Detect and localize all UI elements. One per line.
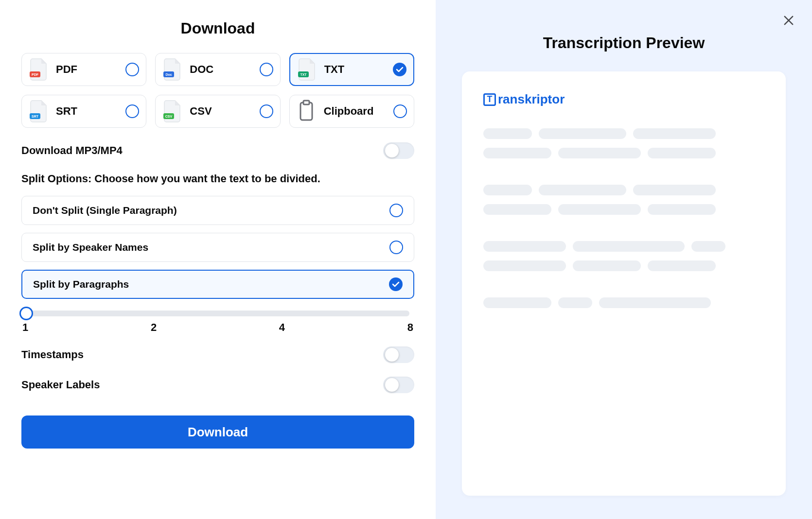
svg-text:CSV: CSV <box>165 115 173 118</box>
format-option-pdf[interactable]: PDF PDF <box>21 53 146 86</box>
svg-text:Doc: Doc <box>166 73 172 76</box>
split-options-heading: Split Options: Choose how you want the t… <box>21 173 414 185</box>
radio-checked-icon <box>389 277 403 291</box>
timestamps-toggle-row: Timestamps <box>21 346 414 363</box>
paragraph-count-slider: 1 2 4 8 <box>21 309 414 334</box>
speaker-labels-toggle[interactable] <box>383 377 414 393</box>
split-option-speaker-names[interactable]: Split by Speaker Names <box>21 233 414 262</box>
mp3-toggle[interactable] <box>383 142 414 159</box>
svg-text:PDF: PDF <box>32 73 39 76</box>
csv-file-icon: CSV <box>161 100 183 123</box>
svg-text:SRT: SRT <box>32 115 39 118</box>
srt-file-icon: SRT <box>28 100 49 123</box>
slider-tick: 1 <box>22 321 28 334</box>
radio-unchecked-icon <box>389 204 403 217</box>
slider-tick: 4 <box>279 321 285 334</box>
download-panel: Download PDF PDF Doc DOC TXT TXT <box>0 0 436 519</box>
preview-skeleton <box>483 128 764 308</box>
radio-unchecked-icon <box>260 63 273 76</box>
format-label: SRT <box>56 105 119 118</box>
slider-tick: 2 <box>151 321 157 334</box>
format-option-txt[interactable]: TXT TXT <box>289 53 414 86</box>
brand-logo: Transkriptor <box>483 92 764 107</box>
format-label: CSV <box>190 105 252 118</box>
format-option-doc[interactable]: Doc DOC <box>155 53 280 86</box>
speaker-labels-label: Speaker Labels <box>21 379 100 391</box>
txt-file-icon: TXT <box>296 58 318 81</box>
preview-panel: Transcription Preview Transkriptor <box>436 0 812 519</box>
svg-rect-11 <box>303 101 309 104</box>
radio-unchecked-icon <box>260 104 273 118</box>
format-option-clipboard[interactable]: Clipboard <box>289 95 414 128</box>
clipboard-icon <box>296 100 317 123</box>
close-button[interactable] <box>782 14 795 27</box>
brand-logo-icon: T <box>483 93 496 106</box>
download-button[interactable]: Download <box>21 415 414 449</box>
split-option-label: Don't Split (Single Paragraph) <box>33 205 177 216</box>
format-label: TXT <box>324 63 386 76</box>
slider-track[interactable] <box>26 311 409 316</box>
slider-tick-labels: 1 2 4 8 <box>21 321 414 334</box>
format-label: Clipboard <box>324 105 387 118</box>
format-grid: PDF PDF Doc DOC TXT TXT SRT SRT <box>21 53 414 128</box>
format-label: DOC <box>190 63 252 76</box>
slider-thumb[interactable] <box>19 307 33 320</box>
doc-file-icon: Doc <box>161 58 183 81</box>
mp3-toggle-label: Download MP3/MP4 <box>21 144 123 157</box>
radio-checked-icon <box>393 63 406 76</box>
split-option-dont-split[interactable]: Don't Split (Single Paragraph) <box>21 196 414 225</box>
split-option-paragraphs[interactable]: Split by Paragraphs <box>21 270 414 299</box>
page-title: Download <box>21 19 414 37</box>
format-label: PDF <box>56 63 119 76</box>
format-option-csv[interactable]: CSV CSV <box>155 95 280 128</box>
speaker-labels-toggle-row: Speaker Labels <box>21 377 414 393</box>
brand-name: ranskriptor <box>498 92 565 107</box>
radio-unchecked-icon <box>389 241 403 254</box>
slider-tick: 8 <box>407 321 413 334</box>
radio-unchecked-icon <box>125 63 139 76</box>
radio-unchecked-icon <box>125 104 139 118</box>
split-option-label: Split by Paragraphs <box>33 278 129 290</box>
timestamps-toggle[interactable] <box>383 346 414 363</box>
radio-unchecked-icon <box>393 104 407 118</box>
preview-card: Transkriptor <box>462 71 786 496</box>
svg-text:TXT: TXT <box>300 73 307 76</box>
preview-title: Transcription Preview <box>462 34 786 52</box>
pdf-file-icon: PDF <box>28 58 49 81</box>
timestamps-label: Timestamps <box>21 348 84 361</box>
split-option-label: Split by Speaker Names <box>33 242 148 253</box>
format-option-srt[interactable]: SRT SRT <box>21 95 146 128</box>
mp3-toggle-row: Download MP3/MP4 <box>21 142 414 159</box>
